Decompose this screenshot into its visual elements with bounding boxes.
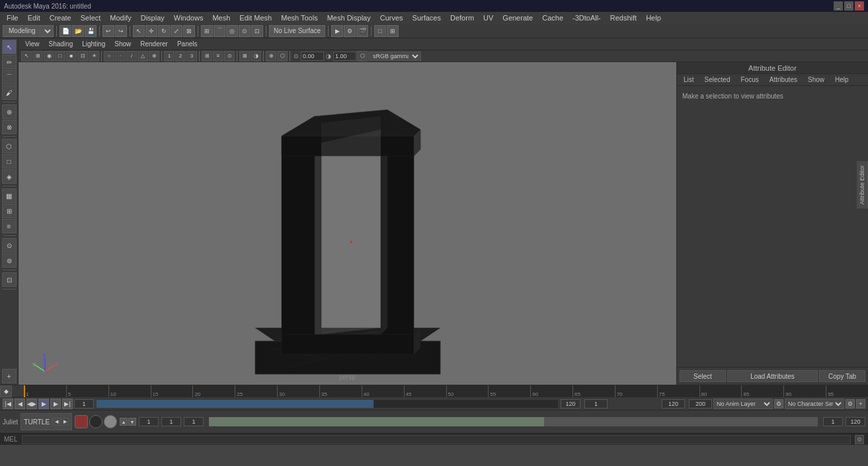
color-space-dropdown[interactable]: sRGB gamma linear [368,52,421,61]
anim-value-1[interactable] [139,417,159,426]
anim-value-3[interactable] [184,417,204,426]
render-current-button[interactable]: ▶ [331,25,343,37]
goto-end-button[interactable]: ▶| [62,399,73,409]
lights-button[interactable]: ☀ [89,51,99,61]
camera-select-2-button[interactable]: ⊞ [32,51,43,61]
close-button[interactable]: × [855,1,864,11]
menu-file[interactable]: File [3,13,22,22]
end-frame-input[interactable] [662,399,685,408]
exposure-input[interactable]: 0.00 [301,52,324,61]
edge-loop-button[interactable]: □ [2,154,17,169]
layer-down-button[interactable]: ▼ [128,418,136,426]
align-button[interactable]: ≡ [2,219,17,233]
status-settings-button[interactable]: ⚙ [855,435,864,444]
layout-single-button[interactable]: □ [374,25,386,37]
manip-button[interactable]: ⊕ [266,51,276,61]
menu-surfaces[interactable]: Surfaces [409,13,445,22]
isolate-button[interactable]: ◉ [44,51,54,61]
poly-select-button[interactable]: ⬡ [2,139,17,153]
xray-button[interactable]: ⊠ [239,51,250,61]
attr-list-tab[interactable]: List [681,75,697,85]
resolution-3-button[interactable]: 3 [186,51,197,61]
gamma-input[interactable]: 1.00 [333,52,356,61]
uvs-mode-button[interactable]: ⊕ [149,51,159,61]
anim-range-end[interactable] [823,417,843,426]
menu-cache[interactable]: Cache [538,13,567,22]
layer-prev-button[interactable]: ◀ [52,418,60,426]
panels-menu-button[interactable]: Panels [173,40,202,48]
anim-swatch-dark[interactable] [89,415,102,428]
workspace-mode-dropdown[interactable]: Modeling Rigging Animation FX Rendering [3,25,54,37]
scene-3d[interactable]: X Y Z persp [19,86,676,385]
more-tools-button[interactable]: ⊡ [2,272,17,287]
render-sequence-button[interactable]: 🎬 [356,25,368,37]
vertex-mode-button[interactable]: · [115,51,126,61]
universal-manip-button[interactable]: ⊠ [183,25,195,37]
snap-surface-button[interactable]: ⊡ [251,25,263,37]
sym-button[interactable]: ⊗ [2,120,17,134]
snap-point-button[interactable]: ◎ [226,25,238,37]
menu-edit-mesh[interactable]: Edit Mesh [235,13,276,22]
load-attributes-button[interactable]: Load Attributes [727,370,818,382]
anim-layer-dropdown[interactable]: No Anim Layer [713,399,773,409]
menu-edit[interactable]: Edit [24,13,44,22]
menu-redshift[interactable]: Redshift [606,13,641,22]
viewport[interactable]: X Y Z persp [19,62,676,385]
shaded-button[interactable]: ■ [66,51,77,61]
anim-swatch-red[interactable] [75,415,88,428]
menu-modify[interactable]: Modify [106,13,135,22]
menu-mesh-display[interactable]: Mesh Display [323,13,375,22]
attr-attributes-tab[interactable]: Attributes [767,75,800,85]
move-tool-button[interactable]: ✛ [145,25,157,37]
menu-select[interactable]: Select [77,13,105,22]
brush-tool-button[interactable]: 🖌 [2,85,17,100]
scale-tool-button[interactable]: ⤢ [171,25,182,37]
attr-focus-tab[interactable]: Focus [738,75,761,85]
undo-button[interactable]: ↩ [102,25,114,37]
menu-display[interactable]: Display [137,13,169,22]
snap-view-button[interactable]: ⊙ [239,25,251,37]
object-mode-button[interactable]: ○ [104,51,114,61]
snap-curve-button[interactable]: ⌒ [214,25,225,37]
menu-windows[interactable]: Windows [170,13,208,22]
paint-tool-button[interactable]: ✏ [2,55,17,69]
redo-button[interactable]: ↪ [115,25,127,37]
anim-layer-settings-button[interactable]: ⚙ [774,399,783,408]
edge-mode-button[interactable]: / [126,51,137,61]
open-scene-button[interactable]: 📂 [72,25,84,37]
resolution-1-button[interactable]: 1 [164,51,175,61]
menu-mesh-tools[interactable]: Mesh Tools [277,13,321,22]
camera-select-button[interactable]: ↖ [21,51,32,61]
menu-help[interactable]: Help [642,13,665,22]
rotate-tool-button[interactable]: ↻ [158,25,170,37]
copy-tab-button[interactable]: Copy Tab [819,370,865,382]
menu-curves[interactable]: Curves [376,13,407,22]
show-menu-button[interactable]: Show [110,40,135,48]
attr-selected-tab[interactable]: Selected [702,75,733,85]
grid-toggle-button[interactable]: ⊞ [202,51,212,61]
timeline-key-button[interactable]: ◆ [0,385,12,397]
range-end-input[interactable] [561,399,580,408]
new-scene-button[interactable]: 📄 [59,25,71,37]
soft-select-button[interactable]: ⊕ [2,104,17,119]
play-back-button[interactable]: ◀▶ [26,399,37,409]
character-set-dropdown[interactable]: No Character Set [785,399,844,409]
timeline-ruler[interactable]: 1 5 10 15 20 25 30 35 40 45 50 55 60 65 … [24,385,868,397]
texture-button[interactable]: ⊡ [77,51,88,61]
wireframe-button[interactable]: □ [55,51,65,61]
menu-uv[interactable]: UV [479,13,497,22]
resolution-2-button[interactable]: 2 [175,51,186,61]
render-settings-button[interactable]: ⚙ [344,25,356,37]
select-mode-button[interactable]: ↖ [2,40,17,54]
character-set-settings-button[interactable]: ⚙ [846,399,855,408]
component-button[interactable]: ◈ [2,169,17,184]
maximize-button[interactable]: □ [844,1,853,11]
center-pivot-button[interactable]: ⊚ [2,253,17,268]
lighting-menu-button[interactable]: Lighting [78,40,109,48]
lasso-tool-button[interactable]: ⌒ [2,70,17,85]
range-bar[interactable] [97,400,558,408]
anim-total-end[interactable] [846,417,865,426]
char-set-add-button[interactable]: + [856,399,865,408]
total-end-input[interactable] [689,399,712,408]
layer-up-button[interactable]: ▲ [120,418,128,426]
